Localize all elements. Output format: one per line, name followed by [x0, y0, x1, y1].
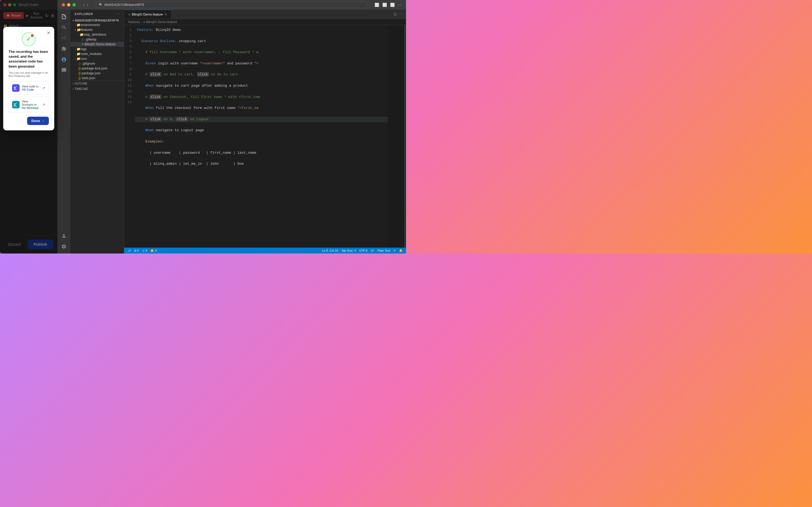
gitkeep-file[interactable]: ◇ .gitkeep: [70, 37, 124, 42]
gitignore-file[interactable]: ◇ .gitignore: [70, 61, 124, 66]
chat-icon[interactable]: [59, 65, 69, 75]
outline-header[interactable]: › OUTLINE: [70, 81, 124, 86]
folder-icon: 📁: [77, 23, 81, 27]
account-icon[interactable]: [59, 231, 69, 241]
environments-folder[interactable]: › 📁 environments: [70, 22, 124, 27]
breadcrumb-icon: ≡: [143, 20, 145, 24]
modal-close-button[interactable]: ✕: [45, 30, 52, 36]
outline-section: › OUTLINE › TIMELINE: [70, 80, 124, 92]
extensions-icon[interactable]: [59, 44, 69, 54]
back-button[interactable]: ‹: [83, 2, 85, 7]
tab-close-button[interactable]: ✕: [164, 13, 167, 16]
modal-title: The recording has been saved, and the as…: [9, 49, 49, 69]
outline-arrow: ›: [72, 82, 73, 85]
notification-icon[interactable]: 🔔: [399, 249, 403, 252]
more-actions-icon[interactable]: ⋯: [399, 12, 403, 16]
stats-json-file[interactable]: {} stats.json: [70, 76, 124, 80]
features-folder[interactable]: ▾ 📂 features: [70, 27, 124, 32]
step-definitions-folder[interactable]: › 📁 step_definitions: [70, 32, 124, 37]
statusbar-right: Ln 9, Col 19 Tab Size: 4 UTF-8 LF Plain …: [322, 249, 403, 252]
recording-dot: [31, 34, 34, 37]
node-modules-folder[interactable]: › 📁 node_modules: [70, 52, 124, 56]
explorer-more-button[interactable]: ⋯: [116, 12, 119, 16]
vscode-body: EXPLORER ⋯ ▾ 66E63C62B7C9FB4AECEF0F78 › …: [57, 10, 406, 253]
explorer-icon[interactable]: [59, 12, 69, 21]
editor-tabs: ≡ BlinqIO Demo.feature ✕ ⊡ ⋯: [124, 10, 406, 19]
external-link-icon-2: ↗: [42, 103, 45, 107]
file-explorer-sidebar: EXPLORER ⋯ ▾ 66E63C62B7C9FB4AECEF0F78 › …: [70, 10, 124, 253]
panel-left-icon[interactable]: ⬜: [374, 3, 379, 7]
code-editor[interactable]: 12345 678910 11121314 Feature: BlinqIO D…: [124, 25, 406, 247]
file-icon: ◇: [82, 38, 84, 41]
code-content: Feature: BlinqIO Demo Scenario Outline: …: [135, 25, 388, 247]
breadcrumb-file: ≡ BlinqIO Demo.feature: [143, 20, 177, 24]
tab-size[interactable]: Tab Size: 4: [341, 249, 356, 252]
warning-icon: ⚠: [142, 249, 145, 252]
tab-split-icons: ⊡ ⋯: [394, 12, 406, 16]
info-count[interactable]: 🔔 0: [150, 249, 157, 252]
split-editor-icon[interactable]: ⊡: [394, 12, 397, 16]
vscode-highlight: VS Code: [22, 88, 34, 91]
webapp-highlight: WebApp: [27, 106, 38, 109]
vscode-close[interactable]: [62, 3, 65, 6]
folder-icon-5: 📁: [77, 57, 81, 61]
error-icon: ⊘: [134, 249, 137, 252]
logs-folder[interactable]: › 📁 logs: [70, 47, 124, 52]
modal-overlay: ✕ ✓ The recording has been saved, and th…: [0, 0, 57, 253]
view-webapp-card[interactable]: View Scenario in the WebApp ↗: [9, 97, 49, 112]
package-json-file[interactable]: {} package.json: [70, 71, 124, 76]
view-vscode-card[interactable]: View code in VS Code ↗: [9, 81, 49, 95]
panel-icon[interactable]: ⬜: [383, 3, 387, 7]
check-icon: ✓: [26, 36, 31, 43]
json-icon: {}: [79, 66, 81, 70]
warning-count[interactable]: ⚠ 0: [142, 249, 147, 252]
cursor-position[interactable]: Ln 9, Col 19: [322, 249, 338, 252]
line-ending[interactable]: LF: [371, 249, 374, 252]
format-icon[interactable]: ✔: [393, 249, 396, 252]
git-branch-icon: ⎇: [127, 249, 131, 252]
source-control-icon[interactable]: [59, 33, 69, 43]
robot-icon[interactable]: [59, 55, 69, 64]
forward-button[interactable]: ›: [87, 2, 88, 7]
timeline-header[interactable]: › TIMELINE: [70, 86, 124, 92]
json-icon-3: {}: [79, 76, 81, 80]
encoding[interactable]: UTF-8: [359, 249, 367, 252]
vertical-scrollbar[interactable]: [404, 25, 406, 247]
editor-main: ≡ BlinqIO Demo.feature ✕ ⊡ ⋯ features › …: [124, 10, 406, 253]
vscode-search-bar[interactable]: 🔍 66e63c62b7c9fb4aecef0f78: [96, 2, 367, 8]
modal-subtitle: You can run and manage it on the Feature…: [9, 71, 49, 77]
breadcrumb: features › ≡ BlinqIO Demo.feature: [124, 19, 406, 25]
breadcrumb-sep: ›: [141, 20, 142, 24]
panel-right-icon[interactable]: ⬜: [390, 3, 395, 7]
explorer-header: EXPLORER ⋯: [70, 10, 124, 18]
language-mode[interactable]: Plain Text: [377, 249, 391, 252]
tab-feature-icon: ≡: [129, 13, 130, 16]
search-activity-icon[interactable]: [59, 22, 69, 32]
vscode-minimize[interactable]: [67, 3, 70, 6]
package-lock-file[interactable]: {} package-lock.json: [70, 66, 124, 71]
root-folder-item[interactable]: ▾ 66E63C62B7C9FB4AECEF0F78: [70, 18, 124, 22]
tab-label: BlinqIO Demo.feature: [132, 13, 163, 16]
webapp-icon: [12, 101, 19, 108]
vscode-icon: [12, 84, 19, 92]
modal-icon-wrap: ✓: [9, 32, 49, 46]
folder-icon-3: 📁: [77, 47, 81, 51]
runs-folder[interactable]: › 📁 runs: [70, 56, 124, 61]
demo-feature-file[interactable]: ≡ BlinqIO Demo.feature: [70, 42, 124, 47]
active-tab[interactable]: ≡ BlinqIO Demo.feature ✕: [124, 10, 171, 19]
breadcrumb-features: features: [129, 20, 140, 24]
vscode-maximize[interactable]: [72, 3, 76, 6]
vscode-titlebar-icons: ⬜ ⬜ ⬜ ⋯: [374, 3, 402, 7]
gitignore-icon: ◇: [79, 62, 81, 65]
view-webapp-text: View Scenario in the WebApp: [22, 100, 40, 109]
done-button[interactable]: Done →: [27, 117, 49, 125]
search-text: 66e63c62b7c9fb4aecef0f78: [104, 3, 144, 7]
folder-icon-4: 📁: [77, 52, 81, 56]
folder-open-icon: 📂: [77, 28, 81, 32]
activity-bar: [57, 10, 70, 253]
more-icon[interactable]: ⋯: [398, 3, 402, 7]
error-count[interactable]: ⊘ 0: [134, 249, 139, 252]
success-icon-circle: ✓: [22, 32, 36, 46]
minimap: [388, 25, 404, 247]
settings-icon[interactable]: [59, 242, 69, 251]
